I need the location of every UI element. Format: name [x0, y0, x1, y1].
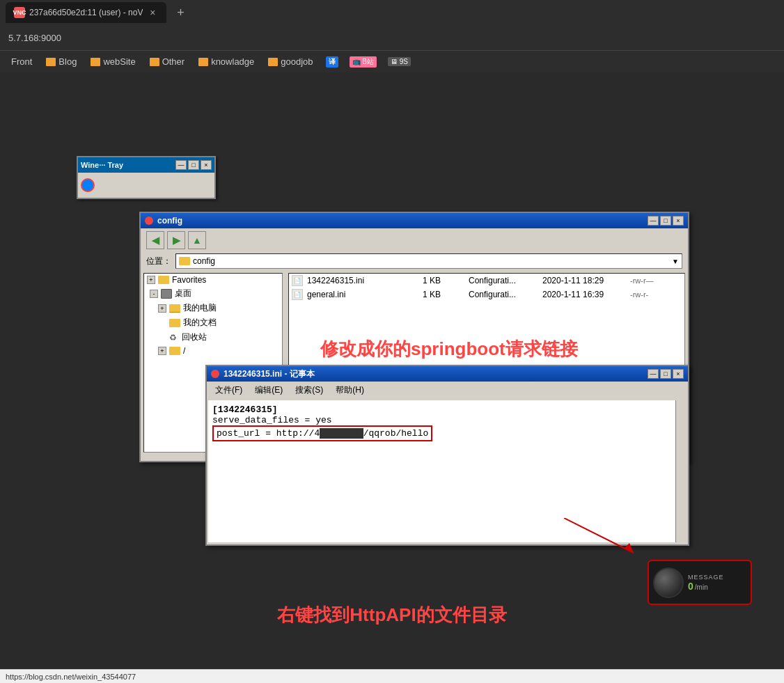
- wine-tray-titlebar[interactable]: Wine··· Tray — □ ×: [78, 157, 214, 173]
- notepad-close[interactable]: ×: [673, 369, 684, 379]
- tree-recycle-icon: ♻: [169, 333, 179, 343]
- tree-folder-mycomputer-icon: [169, 304, 180, 313]
- svg-line-0: [564, 518, 634, 553]
- tree-expand-slash[interactable]: +: [158, 347, 166, 355]
- wine-tray-close[interactable]: ×: [201, 160, 212, 170]
- tree-expand-desktop[interactable]: -: [150, 290, 158, 298]
- bookmarks-bar: Front Blog webSite Other knowladge goodj…: [0, 50, 784, 72]
- tree-folder-favorites-icon: [158, 276, 169, 284]
- file-name-2: general.ini: [307, 290, 418, 299]
- tree-item-desktop[interactable]: - 桌面: [144, 286, 282, 301]
- tab-title: 237a66d50e2d:11 (user) - noV: [29, 8, 143, 17]
- vnc-icon: VNC: [14, 7, 25, 18]
- notepad-line-3: post_url = http://4████████/qqrob/hello: [212, 425, 682, 441]
- browser-tab[interactable]: VNC 237a66d50e2d:11 (user) - noV ×: [6, 2, 166, 23]
- browser-titlebar: VNC 237a66d50e2d:11 (user) - noV × +: [0, 0, 784, 25]
- notepad-scrollbar[interactable]: [675, 400, 687, 542]
- location-dropdown-icon[interactable]: ▼: [672, 258, 679, 265]
- new-tab-button[interactable]: +: [171, 3, 190, 22]
- tree-expand-mycomputer[interactable]: +: [158, 304, 166, 313]
- bookmark-9s[interactable]: 🖥 9S: [384, 55, 415, 68]
- annotation-text-2: 右键找到HttpAPI的文件目录: [277, 603, 506, 627]
- message-widget: MESSAGE 0 /min: [648, 560, 752, 605]
- file-icon-ini: 📄: [292, 275, 303, 286]
- bookmark-website-label: webSite: [103, 56, 135, 67]
- bookmark-knowladge[interactable]: knowladge: [193, 54, 260, 69]
- wine-tray-body: [78, 173, 214, 198]
- bookmark-website[interactable]: webSite: [85, 54, 141, 69]
- nav-forward-button[interactable]: ▶: [167, 231, 185, 249]
- wine-tray-maximize[interactable]: □: [188, 160, 199, 170]
- notepad-menu-search[interactable]: 搜索(S): [290, 383, 329, 398]
- bookmark-other-label: Other: [162, 56, 185, 67]
- bookmark-blog-label: Blog: [58, 56, 77, 67]
- file-date-1: 2020-1-11 18:29: [542, 276, 626, 285]
- wine-tray-title: Wine··· Tray: [81, 161, 123, 169]
- tree-item-favorites[interactable]: + Favorites: [144, 274, 282, 286]
- tree-item-mydocs[interactable]: 我的文档: [144, 315, 282, 330]
- bookmark-other[interactable]: Other: [144, 54, 191, 69]
- file-perms-1: -rw-r—: [630, 276, 654, 285]
- bookmark-blog[interactable]: Blog: [40, 54, 82, 69]
- arrow-2: [564, 518, 648, 563]
- tree-item-recycle[interactable]: ♻ 回收站: [144, 330, 282, 345]
- file-type-2: Configurati...: [469, 290, 538, 299]
- bookmark-folder-icon: [198, 58, 208, 66]
- notepad-url-highlight: post_url = http://4████████/qqrob/hello: [212, 425, 432, 441]
- bookmark-folder-icon: [91, 58, 100, 66]
- notepad-window-buttons: — □ ×: [648, 369, 684, 379]
- bookmark-goodjob[interactable]: goodjob: [262, 54, 318, 69]
- notepad-menubar: 文件(F) 编辑(E) 搜索(S) 帮助(H): [207, 382, 688, 399]
- bookmark-knowladge-label: knowladge: [211, 56, 254, 67]
- tree-folder-slash-icon: [169, 347, 180, 355]
- address-text[interactable]: 5.7.168:9000: [8, 33, 61, 43]
- notepad-line-1: [1342246315]: [212, 405, 682, 415]
- notepad-minimize[interactable]: —: [648, 369, 659, 379]
- notepad-maximize[interactable]: □: [660, 369, 671, 379]
- address-bar: 5.7.168:9000: [0, 25, 784, 50]
- notepad-menu-edit[interactable]: 编辑(E): [249, 383, 288, 398]
- location-value: config: [193, 256, 215, 266]
- translate-icon: 译: [326, 56, 338, 68]
- tree-label-recycle: 回收站: [182, 331, 207, 343]
- bookmark-folder-icon: [150, 58, 159, 66]
- notepad-titlebar[interactable]: 1342246315.ini - 记事本 — □ ×: [207, 366, 688, 382]
- notepad-line-2: serve_data_files = yes: [212, 415, 682, 425]
- tree-item-slash[interactable]: + /: [144, 345, 282, 357]
- nav-back-button[interactable]: ◀: [146, 231, 164, 249]
- bookmark-translate[interactable]: 译: [322, 54, 343, 70]
- config-window-title: config: [157, 216, 182, 226]
- config-close[interactable]: ×: [673, 216, 684, 226]
- tree-expand-favorites[interactable]: +: [147, 276, 155, 284]
- file-row-general[interactable]: 📄 general.ini 1 KB Configurati... 2020-1…: [289, 288, 684, 301]
- tab-close-button[interactable]: ×: [147, 7, 158, 18]
- wine-tray-minimize[interactable]: —: [175, 160, 187, 170]
- bookmark-bilibili[interactable]: 📺 B站: [345, 54, 381, 70]
- svg-marker-1: [624, 543, 634, 553]
- bookmark-goodjob-label: goodjob: [281, 56, 313, 67]
- message-label: MESSAGE: [688, 574, 724, 581]
- message-count: 0: [688, 581, 693, 592]
- config-titlebar[interactable]: config — □ ×: [141, 213, 688, 228]
- config-toolbar: ◀ ▶ ▲: [141, 228, 688, 252]
- message-avatar-image: [654, 569, 682, 597]
- tree-folder-mydocs-icon: [169, 319, 180, 327]
- file-size-1: 1 KB: [423, 276, 464, 285]
- status-url: https://blog.csdn.net/weixin_43544077: [6, 673, 136, 681]
- config-minimize[interactable]: —: [648, 216, 659, 226]
- file-size-2: 1 KB: [423, 290, 464, 299]
- tree-computer-icon: [161, 289, 172, 299]
- config-maximize[interactable]: □: [660, 216, 671, 226]
- notepad-window-title: 1342246315.ini - 记事本: [224, 368, 315, 380]
- file-type-1: Configurati...: [469, 276, 538, 285]
- nav-up-button[interactable]: ▲: [188, 231, 206, 249]
- bookmark-front-label: Front: [11, 56, 32, 67]
- notepad-menu-file[interactable]: 文件(F): [210, 383, 248, 398]
- file-date-2: 2020-1-11 16:39: [542, 290, 626, 299]
- notepad-menu-help[interactable]: 帮助(H): [330, 383, 370, 398]
- location-input[interactable]: config ▼: [175, 253, 682, 269]
- tree-item-mycomputer[interactable]: + 我的电脑: [144, 301, 282, 315]
- tree-label-desktop: 桌面: [175, 288, 191, 299]
- file-row-1342246315[interactable]: 📄 1342246315.ini 1 KB Configurati... 202…: [289, 274, 684, 288]
- bookmark-front[interactable]: Front: [6, 54, 38, 69]
